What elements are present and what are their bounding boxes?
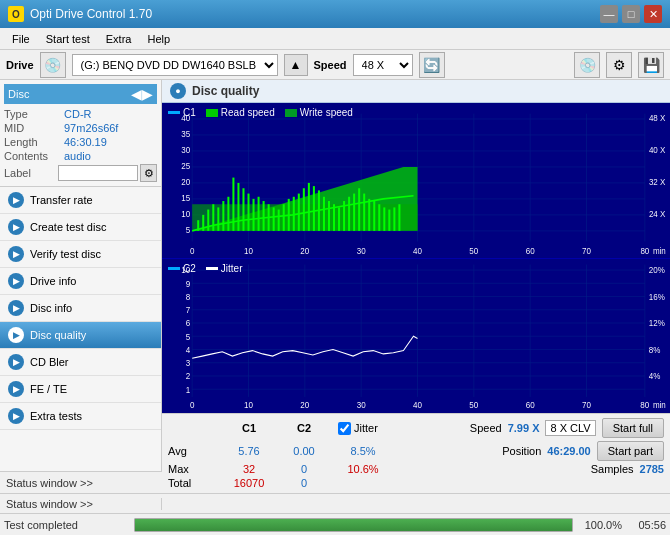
sidebar-item-verify-test-disc[interactable]: ▶ Verify test disc	[0, 241, 161, 268]
svg-rect-76	[368, 199, 370, 231]
max-label: Max	[168, 463, 214, 475]
speed-select[interactable]: 48 X	[353, 54, 413, 76]
position-label: Position	[502, 445, 541, 457]
svg-text:2: 2	[186, 370, 191, 380]
contents-label: Contents	[4, 150, 64, 162]
svg-rect-50	[237, 183, 239, 231]
svg-text:40: 40	[413, 399, 422, 409]
disc-quality-label: Disc quality	[30, 329, 86, 341]
menu-start-test[interactable]: Start test	[38, 31, 98, 47]
sidebar-item-create-test-disc[interactable]: ▶ Create test disc	[0, 214, 161, 241]
length-label: Length	[4, 136, 64, 148]
minimize-button[interactable]: —	[600, 5, 618, 23]
menubar: File Start test Extra Help	[0, 28, 670, 50]
app-icon: O	[8, 6, 24, 22]
total-c1: 16070	[220, 477, 278, 489]
svg-rect-77	[373, 201, 375, 231]
total-label: Total	[168, 477, 214, 489]
svg-text:30: 30	[357, 247, 366, 256]
sidebar-item-disc-quality[interactable]: ▶ Disc quality	[0, 322, 161, 349]
bottom-bars: Status window >> Test completed 100.0% 0…	[0, 493, 670, 535]
menu-help[interactable]: Help	[139, 31, 178, 47]
svg-rect-74	[358, 188, 360, 231]
sidebar-item-transfer-rate[interactable]: ▶ Transfer rate	[0, 187, 161, 214]
svg-rect-58	[278, 210, 280, 231]
nav-items: ▶ Transfer rate ▶ Create test disc ▶ Ver…	[0, 187, 161, 471]
speed-label: Speed	[314, 59, 347, 71]
disc-arrows[interactable]: ◀▶	[131, 86, 153, 102]
mid-value: 97m26s66f	[64, 122, 118, 134]
c2-legend-color	[168, 267, 180, 270]
svg-text:8: 8	[186, 291, 191, 301]
svg-rect-55	[263, 201, 265, 231]
drive-select[interactable]: (G:) BENQ DVD DD DW1640 BSLB	[72, 54, 278, 76]
svg-text:7: 7	[186, 304, 191, 314]
drive-icon-btn[interactable]: 💿	[40, 52, 66, 78]
start-part-button[interactable]: Start part	[597, 441, 664, 461]
c1-legend-color	[168, 111, 180, 114]
jitter-legend-color	[206, 267, 218, 270]
maximize-button[interactable]: □	[622, 5, 640, 23]
status-window-bar-label[interactable]: Status window >>	[0, 498, 162, 510]
svg-text:4%: 4%	[649, 370, 661, 380]
svg-text:10: 10	[181, 210, 190, 219]
verify-test-disc-label: Verify test disc	[30, 248, 101, 260]
avg-c1: 5.76	[220, 445, 278, 457]
progress-bar-container	[134, 518, 573, 532]
svg-text:10: 10	[244, 399, 253, 409]
svg-text:50: 50	[469, 247, 478, 256]
time-text: 05:56	[626, 519, 666, 531]
c2-legend-label: C2	[183, 263, 196, 274]
svg-text:1: 1	[186, 384, 191, 394]
sidebar-item-extra-tests[interactable]: ▶ Extra tests	[0, 403, 161, 430]
sidebar-item-disc-info[interactable]: ▶ Disc info	[0, 295, 161, 322]
svg-text:50: 50	[469, 399, 478, 409]
samples-label: Samples	[591, 463, 634, 475]
titlebar: O Opti Drive Control 1.70 — □ ✕	[0, 0, 670, 28]
content-header: ● Disc quality	[162, 80, 670, 103]
start-full-button[interactable]: Start full	[602, 418, 664, 438]
save-icon-btn[interactable]: 💾	[638, 52, 664, 78]
test-completed-label: Test completed	[0, 519, 130, 531]
jitter-checkbox[interactable]	[338, 422, 351, 435]
svg-rect-59	[283, 204, 285, 231]
transfer-rate-icon: ▶	[8, 192, 24, 208]
sidebar-item-drive-info[interactable]: ▶ Drive info	[0, 268, 161, 295]
disc-info-icon: ▶	[8, 300, 24, 316]
svg-text:80: 80	[640, 399, 649, 409]
svg-text:4: 4	[186, 344, 191, 354]
eject-button[interactable]: ▲	[284, 54, 308, 76]
svg-text:20: 20	[181, 178, 190, 187]
svg-rect-67	[323, 197, 325, 231]
disc-quality-icon: ▶	[8, 327, 24, 343]
svg-text:70: 70	[582, 247, 591, 256]
label-btn[interactable]: ⚙	[140, 164, 157, 182]
svg-text:16%: 16%	[649, 291, 666, 301]
svg-rect-62	[298, 194, 300, 231]
menu-extra[interactable]: Extra	[98, 31, 140, 47]
avg-c2: 0.00	[284, 445, 324, 457]
disc-icon-btn[interactable]: 💿	[574, 52, 600, 78]
svg-rect-70	[338, 207, 340, 230]
status-window-label[interactable]: Status window >>	[0, 471, 162, 493]
refresh-icon[interactable]: 🔄	[419, 52, 445, 78]
svg-rect-79	[383, 207, 385, 230]
label-input[interactable]	[58, 165, 138, 181]
drive-info-label: Drive info	[30, 275, 76, 287]
svg-text:20: 20	[300, 247, 309, 256]
disc-header-title: Disc	[8, 88, 29, 100]
sidebar-item-cd-bler[interactable]: ▶ CD Bler	[0, 349, 161, 376]
test-completed-bar: Test completed 100.0% 05:56	[0, 513, 670, 535]
content-title: Disc quality	[192, 84, 259, 98]
jitter-legend-label: Jitter	[221, 263, 243, 274]
extra-tests-label: Extra tests	[30, 410, 82, 422]
create-test-disc-label: Create test disc	[30, 221, 106, 233]
sidebar-item-fe-te[interactable]: ▶ FE / TE	[0, 376, 161, 403]
chart1-svg: 40 35 30 25 20 15 10 5 48 X 40 X 32 X 24…	[162, 103, 670, 258]
svg-rect-53	[253, 199, 255, 231]
svg-rect-80	[388, 210, 390, 231]
settings-icon-btn[interactable]: ⚙	[606, 52, 632, 78]
charts-area: C1 Read speed Write speed	[162, 103, 670, 413]
menu-file[interactable]: File	[4, 31, 38, 47]
close-button[interactable]: ✕	[644, 5, 662, 23]
